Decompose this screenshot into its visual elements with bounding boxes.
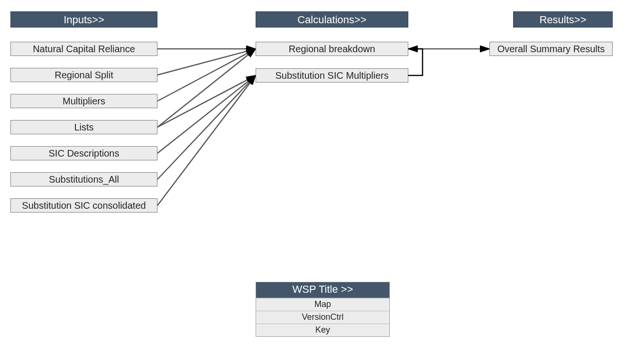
svg-line-3 <box>157 49 256 127</box>
calculations-header: Calculations>> <box>256 11 408 28</box>
svg-line-1 <box>157 49 256 75</box>
calc-regional-breakdown: Regional breakdown <box>256 42 408 56</box>
result-overall-summary: Overall Summary Results <box>489 42 613 56</box>
input-natural-capital-reliance: Natural Capital Reliance <box>10 42 157 56</box>
inputs-header: Inputs>> <box>10 11 157 28</box>
svg-line-2 <box>157 49 256 101</box>
input-multipliers: Multipliers <box>10 94 157 108</box>
input-regional-split: Regional Split <box>10 68 157 82</box>
svg-line-6 <box>157 75 256 179</box>
wsp-row-map: Map <box>256 298 389 311</box>
input-substitutions-all: Substitutions_All <box>10 172 157 186</box>
wsp-table: WSP Title >> Map VersionCtrl Key <box>256 282 390 337</box>
svg-line-5 <box>157 75 256 153</box>
wsp-title: WSP Title >> <box>256 282 389 298</box>
results-header: Results>> <box>513 11 613 28</box>
wsp-row-version: VersionCtrl <box>256 311 389 324</box>
input-lists: Lists <box>10 120 157 134</box>
wsp-row-key: Key <box>256 324 389 336</box>
calc-substitution-sic-multipliers: Substitution SIC Multipliers <box>256 68 408 83</box>
svg-line-4 <box>157 75 256 127</box>
input-substitution-sic-consolidated: Substitution SIC consolidated <box>10 198 157 213</box>
input-sic-descriptions: SIC Descriptions <box>10 146 157 160</box>
svg-line-7 <box>157 75 256 205</box>
